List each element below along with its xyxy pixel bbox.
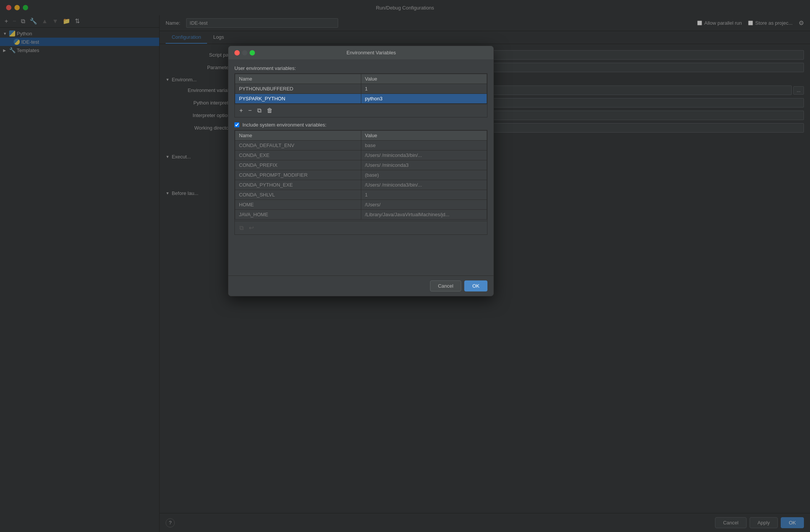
row-value: /Users/ /miniconda3/bin/...: [361, 180, 487, 190]
row-value: (base): [361, 170, 487, 180]
main-window: Run/Debug Configurations + − ⧉ 🔧 ▲ ▼ 📁 ⇅…: [0, 0, 810, 532]
row-value: /Users/ /miniconda3: [361, 160, 487, 170]
user-env-section: User environment variables: Name Value: [234, 65, 487, 117]
user-env-table: Name Value PYTHONUNBUFFERED 1: [235, 74, 487, 104]
table-row[interactable]: PYSPARK_PYTHON python3: [235, 94, 487, 104]
remove-env-var-button[interactable]: −: [247, 106, 253, 115]
include-system-label: Include system environment variables:: [242, 122, 326, 128]
row-name: CONDA_PYTHON_EXE: [235, 180, 361, 190]
sys-env-table: Name Value CONDA_DEFAULT_ENVbaseCONDA_EX…: [235, 130, 487, 220]
row-name: PYTHONUNBUFFERED: [235, 84, 361, 94]
table-row[interactable]: CONDA_DEFAULT_ENVbase: [235, 141, 487, 150]
row-name: HOME: [235, 200, 361, 210]
user-env-name-header: Name: [235, 74, 361, 84]
table-row[interactable]: JAVA_HOME/Library/Java/JavaVirtualMachin…: [235, 210, 487, 220]
table-row[interactable]: CONDA_PYTHON_EXE/Users/ /miniconda3/bin/…: [235, 180, 487, 190]
row-value: 1: [361, 190, 487, 200]
row-name: CONDA_EXE: [235, 150, 361, 160]
row-value: 1: [361, 84, 487, 94]
row-value: /Users/ /miniconda3/bin/...: [361, 150, 487, 160]
include-system-checkbox[interactable]: [234, 122, 239, 127]
table-row[interactable]: PYTHONUNBUFFERED 1: [235, 84, 487, 94]
row-value: python3: [361, 94, 487, 104]
table-row[interactable]: CONDA_PREFIX/Users/ /miniconda3: [235, 160, 487, 170]
modal-body: User environment variables: Name Value: [228, 59, 494, 276]
row-name: CONDA_PREFIX: [235, 160, 361, 170]
row-name: CONDA_PROMPT_MODIFIER: [235, 170, 361, 180]
copy-sys-env-button[interactable]: ⧉: [238, 223, 245, 232]
delete-env-var-button[interactable]: 🗑: [265, 106, 274, 115]
sys-env-section: Include system environment variables: Na…: [234, 122, 487, 269]
user-env-toolbar: + − ⧉ 🗑: [234, 104, 487, 117]
modal-overlay: Environment Variables User environment v…: [0, 0, 810, 532]
modal-cancel-button[interactable]: Cancel: [430, 280, 461, 291]
sys-env-header: Include system environment variables:: [234, 122, 487, 128]
user-env-title: User environment variables:: [234, 65, 487, 71]
row-value: base: [361, 141, 487, 150]
table-row[interactable]: CONDA_PROMPT_MODIFIER(base): [235, 170, 487, 180]
modal-footer: Cancel OK: [228, 276, 494, 296]
sys-env-toolbar: ⧉ ↩: [234, 221, 487, 235]
modal-close-button[interactable]: [234, 50, 240, 55]
row-value: /Library/Java/JavaVirtualMachines/jd...: [361, 210, 487, 220]
user-env-table-container: Name Value PYTHONUNBUFFERED 1: [234, 73, 487, 104]
modal-minimize-button[interactable]: [242, 50, 247, 55]
modal-ok-button[interactable]: OK: [464, 280, 487, 291]
sys-env-table-container: Name Value CONDA_DEFAULT_ENVbaseCONDA_EX…: [234, 130, 487, 221]
row-value: /Users/: [361, 200, 487, 210]
environment-variables-modal: Environment Variables User environment v…: [228, 46, 494, 296]
row-name: CONDA_DEFAULT_ENV: [235, 141, 361, 150]
row-name: PYSPARK_PYTHON: [235, 94, 361, 104]
modal-title-bar: Environment Variables: [228, 46, 494, 59]
row-name: JAVA_HOME: [235, 210, 361, 220]
table-row[interactable]: CONDA_EXE/Users/ /miniconda3/bin/...: [235, 150, 487, 160]
user-env-value-header: Value: [361, 74, 487, 84]
sys-name-header: Name: [235, 131, 361, 141]
modal-title: Environment Variables: [255, 50, 487, 55]
modal-traffic-lights: [234, 50, 255, 55]
row-name: CONDA_SHLVL: [235, 190, 361, 200]
undo-sys-env-button[interactable]: ↩: [247, 223, 255, 232]
sys-value-header: Value: [361, 131, 487, 141]
modal-maximize-button[interactable]: [250, 50, 255, 55]
add-env-var-button[interactable]: +: [238, 106, 244, 115]
table-row[interactable]: HOME/Users/: [235, 200, 487, 210]
copy-env-var-button[interactable]: ⧉: [256, 106, 263, 115]
table-row[interactable]: CONDA_SHLVL1: [235, 190, 487, 200]
